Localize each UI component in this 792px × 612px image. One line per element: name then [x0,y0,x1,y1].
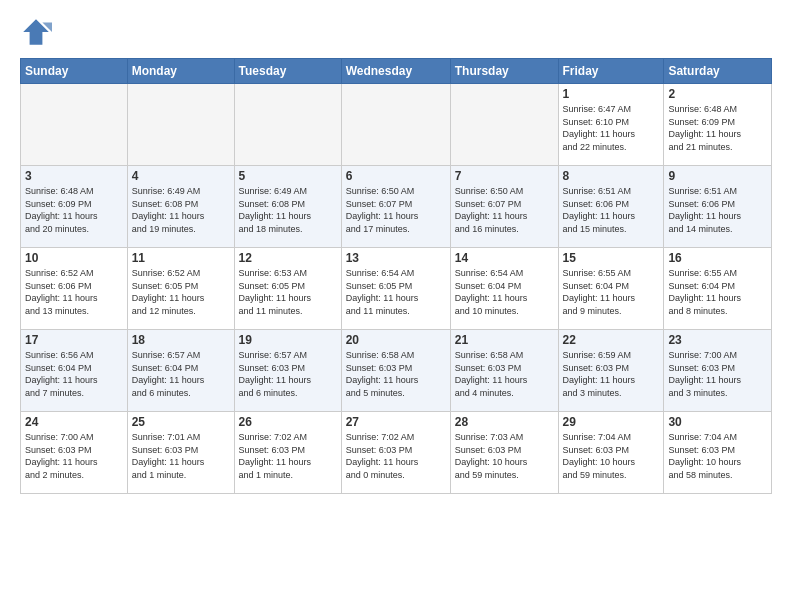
day-cell: 10Sunrise: 6:52 AM Sunset: 6:06 PM Dayli… [21,248,128,330]
weekday-header-friday: Friday [558,59,664,84]
day-cell: 30Sunrise: 7:04 AM Sunset: 6:03 PM Dayli… [664,412,772,494]
day-info: Sunrise: 6:58 AM Sunset: 6:03 PM Dayligh… [455,349,554,399]
day-number: 14 [455,251,554,265]
day-cell: 21Sunrise: 6:58 AM Sunset: 6:03 PM Dayli… [450,330,558,412]
day-info: Sunrise: 6:49 AM Sunset: 6:08 PM Dayligh… [239,185,337,235]
day-number: 18 [132,333,230,347]
day-number: 19 [239,333,337,347]
day-number: 2 [668,87,767,101]
day-number: 9 [668,169,767,183]
day-cell: 9Sunrise: 6:51 AM Sunset: 6:06 PM Daylig… [664,166,772,248]
page: SundayMondayTuesdayWednesdayThursdayFrid… [0,0,792,504]
day-number: 16 [668,251,767,265]
day-cell: 17Sunrise: 6:56 AM Sunset: 6:04 PM Dayli… [21,330,128,412]
day-number: 25 [132,415,230,429]
day-number: 11 [132,251,230,265]
day-info: Sunrise: 7:04 AM Sunset: 6:03 PM Dayligh… [668,431,767,481]
day-cell [234,84,341,166]
logo [20,16,56,48]
day-info: Sunrise: 6:59 AM Sunset: 6:03 PM Dayligh… [563,349,660,399]
day-number: 1 [563,87,660,101]
weekday-header-thursday: Thursday [450,59,558,84]
day-cell: 25Sunrise: 7:01 AM Sunset: 6:03 PM Dayli… [127,412,234,494]
day-info: Sunrise: 6:56 AM Sunset: 6:04 PM Dayligh… [25,349,123,399]
day-number: 15 [563,251,660,265]
day-cell: 20Sunrise: 6:58 AM Sunset: 6:03 PM Dayli… [341,330,450,412]
day-cell: 8Sunrise: 6:51 AM Sunset: 6:06 PM Daylig… [558,166,664,248]
weekday-header-monday: Monday [127,59,234,84]
day-number: 3 [25,169,123,183]
day-number: 10 [25,251,123,265]
day-cell [21,84,128,166]
day-info: Sunrise: 6:49 AM Sunset: 6:08 PM Dayligh… [132,185,230,235]
day-info: Sunrise: 6:47 AM Sunset: 6:10 PM Dayligh… [563,103,660,153]
day-info: Sunrise: 6:57 AM Sunset: 6:03 PM Dayligh… [239,349,337,399]
weekday-header-sunday: Sunday [21,59,128,84]
day-info: Sunrise: 7:01 AM Sunset: 6:03 PM Dayligh… [132,431,230,481]
day-cell: 12Sunrise: 6:53 AM Sunset: 6:05 PM Dayli… [234,248,341,330]
day-info: Sunrise: 7:00 AM Sunset: 6:03 PM Dayligh… [668,349,767,399]
day-cell: 13Sunrise: 6:54 AM Sunset: 6:05 PM Dayli… [341,248,450,330]
day-number: 30 [668,415,767,429]
day-cell: 7Sunrise: 6:50 AM Sunset: 6:07 PM Daylig… [450,166,558,248]
day-number: 8 [563,169,660,183]
day-cell: 18Sunrise: 6:57 AM Sunset: 6:04 PM Dayli… [127,330,234,412]
day-info: Sunrise: 6:58 AM Sunset: 6:03 PM Dayligh… [346,349,446,399]
day-number: 28 [455,415,554,429]
day-number: 23 [668,333,767,347]
day-cell: 27Sunrise: 7:02 AM Sunset: 6:03 PM Dayli… [341,412,450,494]
day-info: Sunrise: 6:57 AM Sunset: 6:04 PM Dayligh… [132,349,230,399]
weekday-header-row: SundayMondayTuesdayWednesdayThursdayFrid… [21,59,772,84]
day-cell: 16Sunrise: 6:55 AM Sunset: 6:04 PM Dayli… [664,248,772,330]
week-row-3: 10Sunrise: 6:52 AM Sunset: 6:06 PM Dayli… [21,248,772,330]
day-info: Sunrise: 7:04 AM Sunset: 6:03 PM Dayligh… [563,431,660,481]
week-row-2: 3Sunrise: 6:48 AM Sunset: 6:09 PM Daylig… [21,166,772,248]
day-number: 12 [239,251,337,265]
calendar: SundayMondayTuesdayWednesdayThursdayFrid… [20,58,772,494]
weekday-header-tuesday: Tuesday [234,59,341,84]
week-row-1: 1Sunrise: 6:47 AM Sunset: 6:10 PM Daylig… [21,84,772,166]
day-info: Sunrise: 6:54 AM Sunset: 6:05 PM Dayligh… [346,267,446,317]
weekday-header-wednesday: Wednesday [341,59,450,84]
day-number: 17 [25,333,123,347]
day-cell: 26Sunrise: 7:02 AM Sunset: 6:03 PM Dayli… [234,412,341,494]
day-number: 26 [239,415,337,429]
day-number: 21 [455,333,554,347]
week-row-5: 24Sunrise: 7:00 AM Sunset: 6:03 PM Dayli… [21,412,772,494]
day-cell: 28Sunrise: 7:03 AM Sunset: 6:03 PM Dayli… [450,412,558,494]
day-number: 4 [132,169,230,183]
day-number: 20 [346,333,446,347]
day-number: 5 [239,169,337,183]
day-info: Sunrise: 7:00 AM Sunset: 6:03 PM Dayligh… [25,431,123,481]
day-cell: 19Sunrise: 6:57 AM Sunset: 6:03 PM Dayli… [234,330,341,412]
day-cell: 22Sunrise: 6:59 AM Sunset: 6:03 PM Dayli… [558,330,664,412]
day-number: 27 [346,415,446,429]
day-number: 7 [455,169,554,183]
day-cell: 23Sunrise: 7:00 AM Sunset: 6:03 PM Dayli… [664,330,772,412]
day-cell: 5Sunrise: 6:49 AM Sunset: 6:08 PM Daylig… [234,166,341,248]
day-info: Sunrise: 6:51 AM Sunset: 6:06 PM Dayligh… [563,185,660,235]
day-number: 24 [25,415,123,429]
day-cell: 2Sunrise: 6:48 AM Sunset: 6:09 PM Daylig… [664,84,772,166]
day-info: Sunrise: 6:48 AM Sunset: 6:09 PM Dayligh… [25,185,123,235]
day-info: Sunrise: 7:02 AM Sunset: 6:03 PM Dayligh… [239,431,337,481]
day-cell: 24Sunrise: 7:00 AM Sunset: 6:03 PM Dayli… [21,412,128,494]
day-cell: 29Sunrise: 7:04 AM Sunset: 6:03 PM Dayli… [558,412,664,494]
day-cell [341,84,450,166]
day-info: Sunrise: 7:03 AM Sunset: 6:03 PM Dayligh… [455,431,554,481]
day-cell: 4Sunrise: 6:49 AM Sunset: 6:08 PM Daylig… [127,166,234,248]
day-cell: 11Sunrise: 6:52 AM Sunset: 6:05 PM Dayli… [127,248,234,330]
day-number: 13 [346,251,446,265]
day-info: Sunrise: 6:53 AM Sunset: 6:05 PM Dayligh… [239,267,337,317]
weekday-header-saturday: Saturday [664,59,772,84]
day-info: Sunrise: 6:55 AM Sunset: 6:04 PM Dayligh… [563,267,660,317]
day-info: Sunrise: 6:54 AM Sunset: 6:04 PM Dayligh… [455,267,554,317]
day-cell: 3Sunrise: 6:48 AM Sunset: 6:09 PM Daylig… [21,166,128,248]
day-cell [450,84,558,166]
day-cell: 6Sunrise: 6:50 AM Sunset: 6:07 PM Daylig… [341,166,450,248]
day-info: Sunrise: 6:50 AM Sunset: 6:07 PM Dayligh… [346,185,446,235]
day-cell: 15Sunrise: 6:55 AM Sunset: 6:04 PM Dayli… [558,248,664,330]
day-number: 6 [346,169,446,183]
day-info: Sunrise: 6:52 AM Sunset: 6:06 PM Dayligh… [25,267,123,317]
week-row-4: 17Sunrise: 6:56 AM Sunset: 6:04 PM Dayli… [21,330,772,412]
